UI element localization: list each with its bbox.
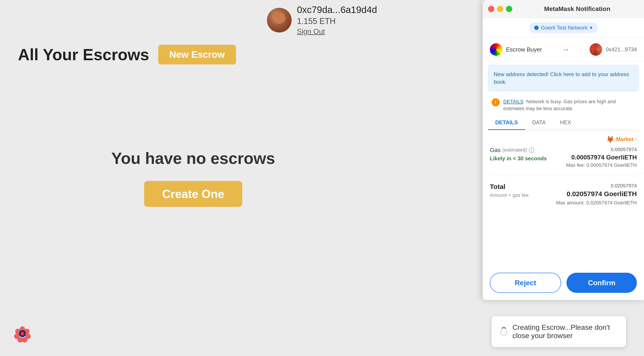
address-detected-text: New address detected! Click here to add … [494, 71, 629, 85]
window-close-button[interactable] [488, 6, 494, 12]
notification-text: Creating Escrow...Please don't close you… [512, 323, 617, 340]
market-link[interactable]: 🦊 Market › [490, 136, 637, 143]
chevron-right-icon: › [635, 136, 637, 142]
warning-icon: ! [492, 98, 500, 106]
accounts-row: Escrow Buyer → 0x421...9734 [483, 38, 644, 61]
gas-label-area: Gas (estimated) i Likely in < 30 seconds [490, 147, 547, 162]
metamask-titlebar: MetaMask Notification [483, 0, 644, 18]
total-values: 0.02057974 0.02057974 GoerliETH Max amou… [556, 183, 637, 206]
gas-row: Gas (estimated) i Likely in < 30 seconds… [490, 147, 637, 168]
network-label: Goerli Test Network [541, 25, 588, 31]
section-divider [490, 176, 637, 176]
gas-max-fee: Max fee: 0.00057974 GoerliETH [566, 162, 637, 168]
address-detected-banner[interactable]: New address detected! Click here to add … [488, 65, 638, 91]
reject-button[interactable]: Reject [490, 273, 561, 293]
tab-hex[interactable]: HEX [553, 116, 578, 130]
total-sublabel: Amount + gas fee [490, 192, 528, 198]
eth-balance: 1.155 ETH [297, 16, 377, 26]
metamask-title: MetaMask Notification [516, 5, 638, 12]
max-amount-value: 0.02057974 GoerliETH [586, 200, 637, 206]
gas-value-small: 0.00057974 [566, 147, 637, 152]
app-logo [14, 325, 31, 343]
page-title-area: All Your Escrows New Escrow [18, 45, 236, 64]
avatar-image [267, 8, 292, 32]
tab-data[interactable]: DATA [525, 116, 553, 130]
action-buttons: Reject Confirm [483, 266, 644, 300]
no-escrows-message: You have no escrows [111, 149, 275, 167]
main-content: You have no escrows Create One [0, 149, 386, 207]
window-maximize-button[interactable] [506, 6, 512, 12]
metamask-panel: MetaMask Notification Goerli Test Networ… [483, 0, 644, 300]
likely-text: Likely in < 30 seconds [490, 155, 547, 162]
from-account: Escrow Buyer [490, 43, 542, 56]
flower-icon [14, 325, 31, 343]
gas-section: 🦊 Market › Gas (estimated) i Likely in <… [483, 130, 644, 174]
network-dot [534, 25, 539, 30]
total-value-main: 0.02057974 GoerliETH [556, 190, 637, 198]
gas-values: 0.00057974 0.00057974 GoerliETH Max fee:… [566, 147, 637, 168]
page-title: All Your Escrows [18, 45, 149, 64]
gas-estimated-label: (estimated) [502, 147, 527, 153]
loading-spinner [500, 327, 507, 336]
from-avatar [490, 43, 502, 56]
window-controls [488, 6, 512, 12]
to-address: 0x421...9734 [606, 46, 637, 53]
new-escrow-button[interactable]: New Escrow [158, 45, 236, 64]
fox-icon: 🦊 [606, 136, 614, 143]
tab-details[interactable]: DETAILS [488, 116, 525, 130]
to-account: 0x421...9734 [590, 43, 637, 56]
creating-escrow-notification: Creating Escrow...Please don't close you… [492, 316, 626, 347]
total-section: Total Amount + gas fee 0.02057974 0.0205… [483, 178, 644, 211]
window-minimize-button[interactable] [497, 6, 503, 12]
total-value-small: 0.02057974 [556, 183, 637, 189]
network-warning: ! DETAILS Network is busy. Gas prices ar… [488, 95, 638, 116]
transfer-arrow-icon: → [562, 45, 570, 54]
user-info-area: 0xc79da...6a19d4d 1.155 ETH Sign Out [267, 4, 377, 35]
network-bar: Goerli Test Network ▾ [483, 18, 644, 38]
total-label-area: Total Amount + gas fee [490, 183, 528, 198]
metamask-tabs: DETAILS DATA HEX [488, 116, 638, 130]
avatar [267, 8, 292, 32]
total-row: Total Amount + gas fee 0.02057974 0.0205… [490, 183, 637, 206]
confirm-button[interactable]: Confirm [566, 273, 637, 293]
wallet-address: 0xc79da...6a19d4d [297, 4, 377, 15]
main-app: 0xc79da...6a19d4d 1.155 ETH Sign Out All… [0, 0, 644, 356]
max-amount-row: Max amount: 0.02057974 GoerliETH [556, 200, 637, 206]
total-label: Total [490, 183, 528, 191]
from-label: Escrow Buyer [506, 46, 542, 53]
svg-point-5 [14, 334, 20, 339]
create-one-button[interactable]: Create One [144, 181, 242, 207]
svg-point-8 [20, 332, 24, 336]
gas-info-icon[interactable]: i [529, 147, 534, 153]
details-link[interactable]: DETAILS [503, 99, 524, 104]
chevron-down-icon: ▾ [590, 25, 592, 31]
max-amount-label: Max amount: [556, 200, 584, 206]
user-details: 0xc79da...6a19d4d 1.155 ETH Sign Out [297, 4, 377, 35]
gas-label: Gas (estimated) i [490, 147, 547, 154]
sign-out-link[interactable]: Sign Out [297, 27, 377, 35]
network-badge[interactable]: Goerli Test Network ▾ [529, 22, 598, 33]
market-label: Market [616, 136, 633, 142]
gas-value-main: 0.00057974 GoerliETH [566, 154, 637, 161]
to-avatar [590, 43, 602, 56]
